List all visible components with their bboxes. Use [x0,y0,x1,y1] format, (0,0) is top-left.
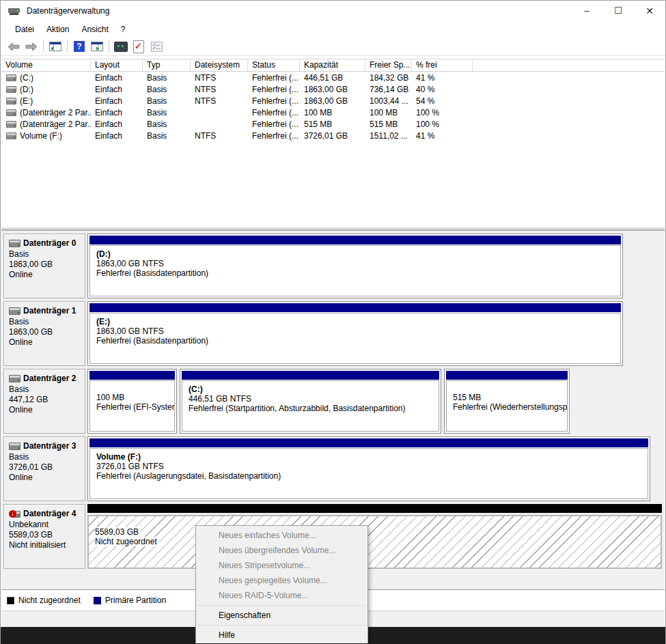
menu-item-new-mirrored-volume[interactable]: Neues gespiegeltes Volume... [196,573,367,588]
checklist-button[interactable]: ✓✓ [148,39,165,54]
menu-item-new-raid5-volume[interactable]: Neues RAID-5-Volume... [196,588,367,603]
disk-1-label[interactable]: Datenträger 1 Basis 1863,00 GB Online [3,301,85,366]
column-header-typ[interactable]: Typ [143,59,191,71]
partition-d[interactable]: (D:) 1863,00 GB NTFS Fehlerfrei (Basisda… [87,234,623,298]
partition-recovery[interactable]: 515 MB Fehlerfrei (Wiederherstellungspa [444,369,570,434]
cell-status: Fehlerfrei (... [248,96,300,106]
column-header-volume[interactable]: Volume [1,59,91,71]
table-row[interactable]: Volume (F:) Einfach Basis NTFS Fehlerfre… [1,130,665,141]
menu-item-new-simple-volume[interactable]: Neues einfaches Volume... [196,528,367,543]
column-header-layout[interactable]: Layout [91,59,143,71]
volume-icon [6,86,16,93]
minimize-button[interactable]: – [571,1,602,21]
menu-ansicht[interactable]: Ansicht [75,23,114,36]
legend-swatch-primary [94,597,101,604]
show-action-pane-button[interactable] [88,39,106,54]
table-row[interactable]: (Datenträger 2 Par... Einfach Basis Fehl… [1,107,665,118]
partition-f[interactable]: Volume (F:) 3726,01 GB NTFS Fehlerfrei (… [87,436,650,501]
cell-volume: (E:) [20,96,33,106]
column-header-freier-speicher[interactable]: Freier Sp... [365,59,412,71]
table-row[interactable]: (C:) Einfach Basis NTFS Fehlerfrei (... … [1,72,665,83]
show-console-tree-button[interactable] [46,39,64,54]
partition-status: Fehlerfrei (Basisdatenpartition) [96,336,614,346]
disk-3-label[interactable]: Datenträger 3 Basis 3726,01 GB Online [3,436,85,501]
cell-kapazitaet: 1863,00 GB [300,85,365,94]
toolbar-separator [43,40,44,53]
volume-list-header: Volume Layout Typ Dateisystem Status Kap… [1,59,665,72]
cell-frei: 184,32 GB [365,73,412,83]
disk-2-label[interactable]: Datenträger 2 Basis 447,12 GB Online [3,369,85,434]
close-button[interactable]: ✕ [634,1,665,21]
cell-dateisystem: NTFS [191,85,248,94]
cell-layout: Einfach [91,108,143,117]
cell-kapazitaet: 515 MB [300,120,365,129]
partition-label: (C:) [189,384,432,394]
disk-management-window: Datenträgerverwaltung – ☐ ✕ Datei Aktion… [0,0,666,644]
forward-button[interactable] [23,39,40,54]
disk-type: Basis [9,452,81,462]
cell-kapazitaet: 1863,00 GB [300,96,365,106]
menu-bar: Datei Aktion Ansicht ? [1,21,665,38]
partition-efi-system[interactable]: 100 MB Fehlerfrei (EFI-Systemp [87,369,177,434]
unallocated-hatch-area: 5589,03 GB Nicht zugeordnet [87,515,662,569]
cell-frei: 1003,44 ... [365,96,412,106]
partition-color-bar [182,371,439,380]
table-row[interactable]: (E:) Einfach Basis NTFS Fehlerfrei (... … [1,95,665,107]
menu-item-hilfe[interactable]: Hilfe [196,628,367,643]
column-header-dateisystem[interactable]: Dateisystem [191,59,248,71]
cell-frei: 515 MB [365,120,412,129]
window-title: Datenträgerverwaltung [27,6,571,16]
partition-e[interactable]: (E:) 1863,00 GB NTFS Fehlerfrei (Basisda… [87,301,623,366]
volume-icon [6,109,16,116]
partition-detail: 515 MB [453,393,561,402]
cell-layout: Einfach [91,131,143,141]
help-button[interactable]: ? [70,39,88,54]
table-row[interactable]: (D:) Einfach Basis NTFS Fehlerfrei (... … [1,83,665,95]
disk-name: Datenträger 4 [23,509,76,518]
column-header-prozent-frei[interactable]: % frei [412,59,473,71]
validate-button[interactable]: ✓ [130,39,148,54]
menu-item-eigenschaften[interactable]: Eigenschaften [196,608,367,623]
cell-layout: Einfach [91,96,143,106]
cell-kapazitaet: 3726,01 GB [300,131,365,141]
cell-volume: (Datenträger 2 Par... [20,120,91,129]
disk-row-2: Datenträger 2 Basis 447,12 GB Online 100… [3,369,665,434]
partition-status: Fehlerfrei (Auslagerungsdatei, Basisdate… [96,471,641,481]
toolbar-separator [67,40,68,53]
cell-pct: 40 % [412,85,473,94]
column-header-status[interactable]: Status [248,59,300,71]
unallocated-status: Nicht zugeordnet [95,537,159,546]
cell-status: Fehlerfrei (... [248,120,300,129]
menu-hilfe[interactable]: ? [115,23,132,36]
menu-item-new-spanned-volume[interactable]: Neues übergreifendes Volume... [196,543,367,558]
disk-error-icon: ↓ [9,510,20,518]
disk-0-label[interactable]: Datenträger 0 Basis 1863,00 GB Online [3,234,85,298]
cell-status: Fehlerfrei (... [248,108,300,117]
menu-aktion[interactable]: Aktion [40,23,75,36]
cell-volume: (C:) [20,73,33,83]
partition-c[interactable]: (C:) 446,51 GB NTFS Fehlerfrei (Startpar… [180,369,441,434]
table-row[interactable]: (Datenträger 2 Par... Einfach Basis Fehl… [1,118,665,130]
menu-datei[interactable]: Datei [9,23,40,36]
column-header-kapazitaet[interactable]: Kapazität [300,59,365,71]
disk-type: Basis [9,249,81,259]
unallocated-space[interactable]: 5589,03 GB Nicht zugeordnet [87,504,662,569]
toolbar: ? ✓ ✓✓ [1,38,665,56]
partition-detail: 3726,01 GB NTFS [96,462,641,471]
cell-pct: 100 % [412,120,473,129]
maximize-button[interactable]: ☐ [602,1,634,21]
volume-icon [6,74,16,81]
remote-screen-button[interactable] [112,39,130,54]
disk-name: Datenträger 1 [23,306,76,316]
disk-size: 447,12 GB [9,395,81,404]
column-header-filler [473,59,665,71]
back-icon [7,42,20,51]
disk-row-0: Datenträger 0 Basis 1863,00 GB Online (D… [3,234,665,298]
partition-color-bar [89,371,175,380]
disk-type: Basis [9,384,81,394]
partition-status: Fehlerfrei (Wiederherstellungspa [453,402,561,412]
back-button[interactable] [5,39,23,54]
disk-4-label[interactable]: ↓ Datenträger 4 Unbekannt 5589,03 GB Nic… [3,504,85,569]
partition-detail: 1863,00 GB NTFS [96,326,614,336]
menu-item-new-striped-volume[interactable]: Neues Stripesetvolume... [196,558,367,573]
